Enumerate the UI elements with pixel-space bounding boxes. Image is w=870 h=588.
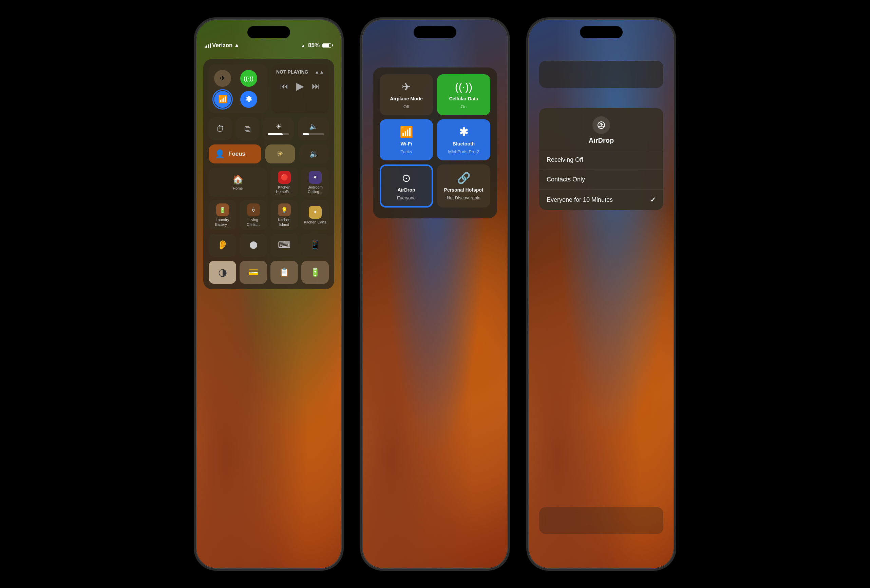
hearing-button[interactable]: 👂 (209, 234, 236, 257)
now-playing-label: NOT PLAYING (276, 69, 308, 74)
notes-button[interactable]: 📋 (270, 261, 298, 284)
laundry-battery-icon: 🔋 (216, 203, 229, 216)
focus-button[interactable]: 👤 Focus (209, 144, 261, 163)
wifi-indicator: ▲ (234, 42, 240, 49)
ear-icon: 👂 (217, 240, 228, 250)
battery-dock-button[interactable]: 🔋 (301, 261, 329, 284)
fast-forward-button[interactable]: ⏭ (312, 82, 320, 91)
everyone-10min-option[interactable]: Everyone for 10 Minutes ✓ (539, 190, 663, 210)
signal-bar-2 (206, 45, 207, 48)
kitchen-homepro-button[interactable]: 🔴 Kitchen HomePr... (270, 168, 298, 197)
brightness-track (268, 133, 289, 135)
sun-slider-box[interactable]: ☀ (265, 144, 295, 163)
battery-percent: 85% (308, 42, 320, 49)
brightness-fill (268, 133, 283, 135)
bedroom-ceiling-button[interactable]: ✦ Bedroom Ceiling... (301, 168, 329, 197)
contacts-only-label: Contacts Only (547, 176, 585, 183)
bluetooth-grid-sublabel: MichPods Pro 2 (448, 149, 480, 154)
volume-fill (303, 133, 309, 135)
phone-2: ✈ Airplane Mode Off ((·)) Cellular Data … (362, 19, 508, 569)
screen-time-button[interactable]: ⏱ (209, 117, 232, 140)
now-playing-box: NOT PLAYING ▲▲ ⏮ ▶ ⏭ (271, 64, 329, 113)
wifi-grid-item[interactable]: 📶 Wi-Fi Tucks (380, 119, 433, 160)
sun-icon: ☀ (276, 122, 282, 131)
connectivity-grid-panel: ✈ Airplane Mode Off ((·)) Cellular Data … (373, 67, 497, 218)
dynamic-island-2 (414, 26, 456, 38)
brightness-slider[interactable]: ☀ (263, 117, 294, 140)
volume-icon: 🔈 (309, 122, 317, 131)
rewind-button[interactable]: ⏮ (280, 82, 288, 91)
cellular-data-grid-item[interactable]: ((·)) Cellular Data On (437, 74, 490, 115)
focus-row: 👤 Focus ☀ 🔉 (209, 144, 329, 163)
battery-icon (322, 43, 333, 48)
hotspot-grid-label: Personal Hotspot (444, 187, 484, 193)
airdrop-grid-icon: ⊙ (402, 172, 411, 184)
kitchen-island-label: Kitchen Island (273, 218, 296, 227)
living-christ-label: Living Christ... (241, 218, 265, 227)
wifi-icon: 📶 (218, 95, 227, 104)
second-row: ⏱ ⧉ ☀ 🔈 (209, 117, 329, 140)
remote-icon: 📱 (310, 240, 321, 250)
airplane-mode-icon: ✈ (402, 80, 411, 93)
app-grid: 🏠 Home 🔴 Kitchen HomePr... ✦ Bedroom Cei… (209, 168, 329, 230)
laundry-battery-button[interactable]: 🔋 Laundry Battery... (209, 200, 236, 229)
kitchen-cans-button[interactable]: ✦ Kitchen Cans (301, 200, 329, 229)
play-button[interactable]: ▶ (296, 80, 304, 92)
vol-slider-box[interactable]: 🔉 (299, 144, 329, 163)
phone-1-screen: Verizon ▲ ▲ 85% (197, 20, 341, 568)
bluetooth-grid-item[interactable]: ✱ Bluetooth MichPods Pro 2 (437, 119, 490, 160)
home-label: Home (233, 186, 243, 190)
lens-button[interactable]: ◑ (209, 261, 236, 284)
status-right-1: ▲ 85% (301, 42, 333, 49)
airdrop-grid-item[interactable]: ⊙ AirDrop Everyone (380, 165, 433, 208)
wallet-icon: 💳 (248, 267, 259, 277)
airdrop-menu-icon (593, 116, 610, 134)
record-button[interactable] (240, 234, 267, 257)
airdrop-svg-icon (596, 120, 606, 130)
focus-person-icon: 👤 (215, 149, 225, 159)
dynamic-island-3 (580, 26, 623, 38)
wallet-button[interactable]: 💳 (240, 261, 267, 284)
phone-3-screen: AirDrop Receiving Off Contacts Only Ever… (529, 20, 673, 568)
status-bar-1: Verizon ▲ ▲ 85% (205, 42, 333, 49)
airplane-mode-button[interactable]: ✈ (214, 70, 231, 87)
bedroom-ceiling-label: Bedroom Ceiling... (303, 185, 327, 194)
status-left-1: Verizon ▲ (205, 42, 240, 49)
mirror-button[interactable]: ⧉ (236, 117, 259, 140)
notes-icon: 📋 (279, 267, 289, 277)
remote-button[interactable]: 📱 (301, 234, 329, 257)
grid-row-3: ⊙ AirDrop Everyone 🔗 Personal Hotspot No… (380, 165, 490, 208)
hotspot-grid-item[interactable]: 🔗 Personal Hotspot Not Discoverable (437, 165, 490, 208)
home-app-button[interactable]: 🏠 Home (209, 168, 267, 197)
bluetooth-icon: ✱ (246, 95, 252, 104)
mirror-icon: ⧉ (244, 124, 251, 134)
keyboard-button[interactable]: ⌨ (270, 234, 298, 257)
dynamic-island-1 (247, 26, 290, 38)
focus-label: Focus (228, 151, 245, 157)
keyboard-icon: ⌨ (278, 240, 291, 250)
cellular-button[interactable]: ((·)) (240, 70, 257, 87)
battery-fill (323, 44, 329, 47)
hotspot-grid-sublabel: Not Discoverable (447, 195, 480, 200)
airdrop-grid-label: AirDrop (397, 187, 415, 193)
signal-bar-1 (205, 46, 206, 48)
svg-point-1 (599, 126, 600, 127)
phone-1: Verizon ▲ ▲ 85% (196, 19, 342, 569)
connectivity-box[interactable]: ✈ ((·)) 📶 ✱ (209, 64, 267, 113)
cellular-data-label: Cellular Data (449, 96, 478, 101)
airplane-mode-grid-item[interactable]: ✈ Airplane Mode Off (380, 74, 433, 115)
living-christ-button[interactable]: 🕯 Living Christ... (240, 200, 267, 229)
utility-row: 👂 ⌨ 📱 (209, 234, 329, 257)
screen-time-icon: ⏱ (216, 124, 225, 134)
volume-slider[interactable]: 🔈 (298, 117, 329, 140)
contacts-only-option[interactable]: Contacts Only (539, 170, 663, 190)
kitchen-island-button[interactable]: 💡 Kitchen Island (270, 200, 298, 229)
wifi-button[interactable]: 📶 (214, 91, 231, 108)
brightness-icon: ☀ (277, 150, 284, 158)
airdrop-menu-title: AirDrop (589, 137, 614, 144)
airplay-icon[interactable]: ▲▲ (314, 69, 324, 74)
bluetooth-button[interactable]: ✱ (240, 91, 257, 108)
everyone-10min-label: Everyone for 10 Minutes (547, 196, 613, 203)
receiving-off-option[interactable]: Receiving Off (539, 150, 663, 170)
bedroom-ceiling-icon: ✦ (309, 171, 322, 184)
